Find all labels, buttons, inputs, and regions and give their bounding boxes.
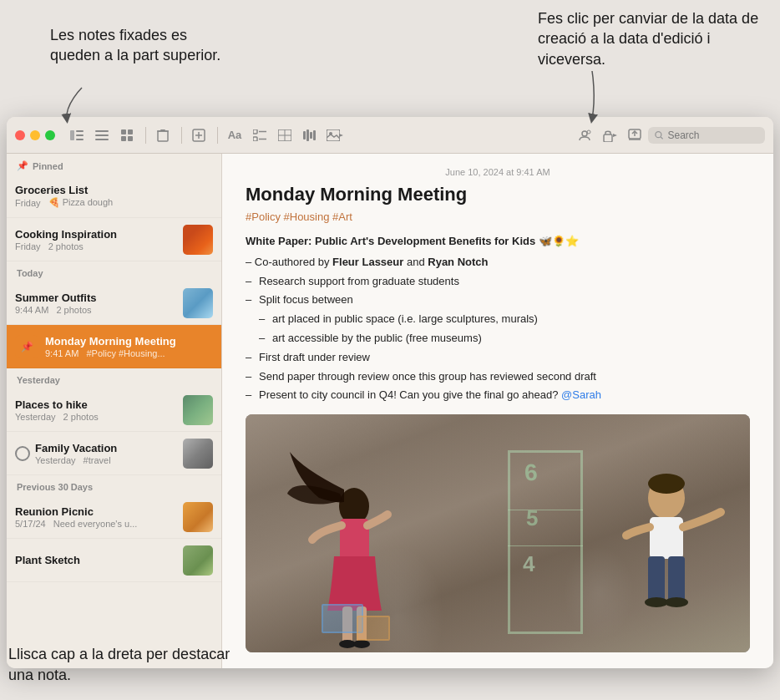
pin-icon: 📌 [17,160,28,171]
svg-rect-7 [121,129,126,134]
svg-rect-2 [76,134,84,136]
note-thumb-places-hike [183,395,213,425]
white-paper-heading: White Paper: Public Art's Development Be… [246,235,579,247]
export-button[interactable] [623,124,646,147]
note-title-plant-sketch: Plant Sketch [15,554,176,566]
bullet-5: Present to city council in Q4! Can you g… [246,387,750,404]
media-button[interactable] [323,124,347,147]
checklist-button[interactable] [248,124,271,147]
family-vacation-circle-icon [15,446,30,461]
content-area: 📌 Pinned Groceries List Friday 🍕 Pizza d… [7,154,773,668]
bullet-2b: art accessible by the public (free museu… [246,330,750,347]
bullet-1: Research support from graduate students [246,273,750,291]
svg-point-45 [648,474,685,494]
maximize-button[interactable] [45,130,55,140]
note-main: June 10, 2024 at 9:41 AM Monday Morning … [222,154,773,668]
svg-rect-5 [95,134,109,136]
svg-rect-24 [303,131,306,139]
authors-line: – Co-authored by Fleur Lasseur and Ryan … [246,254,750,271]
sidebar: 📌 Pinned Groceries List Friday 🍕 Pizza d… [7,154,222,668]
note-text-plant-sketch: Plant Sketch [15,554,176,567]
svg-rect-46 [650,517,683,559]
delete-button[interactable] [151,124,175,147]
list-view-button[interactable] [90,124,114,147]
svg-point-43 [353,640,370,648]
annotation-date-toggle: Fes clic per canviar de la data de creac… [538,8,763,69]
svg-point-50 [665,597,688,607]
svg-rect-26 [310,132,312,139]
note-thumb-reunion-picnic [183,502,213,532]
svg-point-49 [645,597,668,607]
svg-point-30 [582,131,587,136]
note-thumb-plant-sketch [183,545,213,576]
note-item-plant-sketch[interactable]: Plant Sketch [7,539,221,582]
sidebar-toggle-button[interactable] [65,124,89,147]
note-thumb-summer-outfits [183,288,213,318]
svg-rect-25 [306,129,309,141]
note-title-monday-meeting: Monday Morning Meeting [45,335,213,347]
svg-rect-3 [76,139,84,140]
svg-rect-4 [95,130,109,132]
note-meta-cooking: Friday 2 photos [15,241,176,251]
note-thumb-family-vacation [183,439,213,469]
note-text-reunion-picnic: Reunion Picnic 5/17/24 Need everyone's u… [15,505,176,529]
svg-rect-8 [128,129,133,134]
note-title-groceries: Groceries List [15,184,213,196]
svg-rect-47 [648,556,665,602]
prev30-section-header: Previous 30 Days [7,475,221,495]
audio-button[interactable] [298,124,322,147]
note-item-groceries[interactable]: Groceries List Friday 🍕 Pizza dough [7,175,221,218]
hopscotch-photo: 6 5 4 [246,414,750,652]
note-tags: #Policy #Housing #Art [246,211,750,223]
note-item-places-hike[interactable]: Places to hike Yesterday 2 photos [7,388,221,432]
traffic-lights [15,130,55,140]
note-title-reunion-picnic: Reunion Picnic [15,505,176,518]
grid-view-button[interactable] [115,124,139,147]
toolbar-separator-2 [181,127,182,144]
svg-rect-17 [253,129,257,134]
note-item-reunion-picnic[interactable]: Reunion Picnic 5/17/24 Need everyone's u… [7,495,221,539]
svg-rect-19 [253,137,257,141]
search-icon [655,130,664,140]
note-text-monday-meeting: Monday Morning Meeting 9:41 AM #Policy #… [45,335,213,358]
svg-rect-11 [158,131,168,141]
note-item-cooking[interactable]: Cooking Inspiration Friday 2 photos [7,218,221,261]
svg-rect-6 [95,139,109,140]
note-text-summer-outfits: Summer Outfits 9:44 AM 2 photos [15,292,176,315]
today-section-header: Today [7,261,221,282]
svg-line-37 [661,136,663,139]
toolbar-separator-3 [217,127,218,144]
bullet-3: First draft under review [246,349,750,367]
svg-point-31 [587,130,590,134]
app-window: Aa [7,117,773,668]
note-title-summer-outfits: Summer Outfits [15,292,176,304]
bullet-2a: art placed in public space (i.e. large s… [246,311,750,328]
font-button[interactable]: Aa [223,124,246,147]
search-box[interactable] [648,127,765,144]
bullet-2: Split focus between [246,292,750,309]
note-meta-monday-meeting: 9:41 AM #Policy #Housing... [45,348,213,358]
annotation-pinned: Les notes fixades es queden a la part su… [50,25,234,66]
svg-point-36 [656,131,661,137]
close-button[interactable] [15,130,25,140]
toolbar: Aa [7,117,773,154]
note-text-groceries: Groceries List Friday 🍕 Pizza dough [15,184,213,208]
note-item-family-vacation[interactable]: Family Vacation Yesterday #travel [7,432,221,475]
compose-button[interactable] [187,124,210,147]
search-input[interactable] [668,129,759,141]
svg-rect-27 [313,130,316,140]
share-collab-button[interactable] [573,124,596,147]
svg-rect-10 [128,136,133,141]
note-thumb-cooking [183,225,213,255]
note-title-family-vacation: Family Vacation [35,442,176,454]
note-item-monday-meeting[interactable]: 📌 Monday Morning Meeting 9:41 AM #Policy… [7,325,221,368]
note-image: 6 5 4 [246,414,750,652]
note-item-summer-outfits[interactable]: Summer Outfits 9:44 AM 2 photos [7,282,221,325]
note-meta-summer-outfits: 9:44 AM 2 photos [15,305,176,315]
table-button[interactable] [273,124,296,147]
note-title-places-hike: Places to hike [15,398,176,411]
lock-button[interactable] [598,124,621,147]
pinned-section-header: 📌 Pinned [7,154,221,175]
minimize-button[interactable] [30,130,40,140]
note-text-places-hike: Places to hike Yesterday 2 photos [15,398,176,422]
